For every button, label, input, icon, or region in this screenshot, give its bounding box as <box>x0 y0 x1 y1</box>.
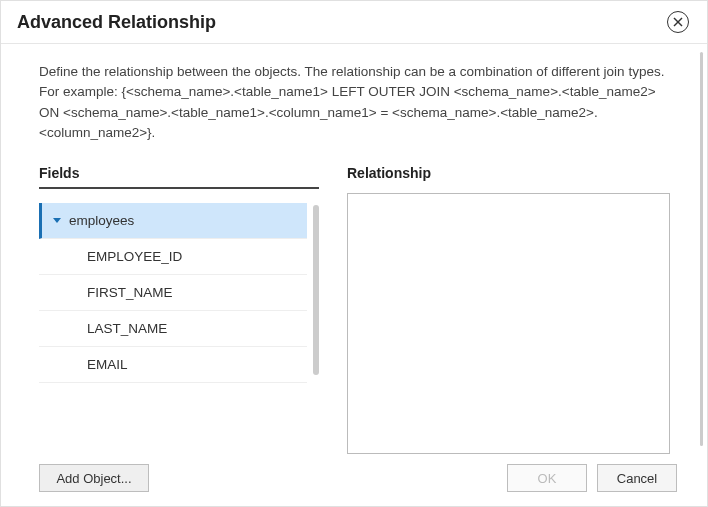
tree-item[interactable]: EMPLOYEE_ID <box>39 239 307 275</box>
add-object-button[interactable]: Add Object... <box>39 464 149 492</box>
tree-item-label: LAST_NAME <box>87 321 167 336</box>
tree-item-label: FIRST_NAME <box>87 285 173 300</box>
tree-parent-employees[interactable]: employees <box>39 203 307 239</box>
tree-item-label: EMPLOYEE_ID <box>87 249 182 264</box>
description-line1: Define the relationship between the obje… <box>39 64 664 79</box>
panels: Fields employees EMPLOYEE_ID FIRST_N <box>39 165 670 454</box>
relationship-textarea[interactable] <box>347 193 670 454</box>
tree-parent-label: employees <box>69 213 134 228</box>
dialog-title: Advanced Relationship <box>17 12 216 33</box>
fields-tree-wrap: employees EMPLOYEE_ID FIRST_NAME LAST_NA… <box>39 203 319 454</box>
relationship-panel: Relationship <box>347 165 670 454</box>
close-icon <box>673 17 683 27</box>
close-button[interactable] <box>667 11 689 33</box>
tree-item[interactable]: EMAIL <box>39 347 307 383</box>
fields-scrollbar[interactable] <box>313 205 319 375</box>
tree-item-label: EMAIL <box>87 357 128 372</box>
content-area: Define the relationship between the obje… <box>1 44 700 454</box>
scrollbar-track <box>700 52 703 446</box>
tree-item[interactable]: LAST_NAME <box>39 311 307 347</box>
description-text: Define the relationship between the obje… <box>39 62 670 143</box>
fields-tree: employees EMPLOYEE_ID FIRST_NAME LAST_NA… <box>39 203 307 454</box>
cancel-button[interactable]: Cancel <box>597 464 677 492</box>
fields-panel: Fields employees EMPLOYEE_ID FIRST_N <box>39 165 319 454</box>
footer: Add Object... OK Cancel <box>1 454 707 506</box>
titlebar: Advanced Relationship <box>1 1 707 44</box>
description-line2: For example: {<schema_name>.<table_name1… <box>39 84 656 140</box>
tree-item[interactable]: FIRST_NAME <box>39 275 307 311</box>
fields-header: Fields <box>39 165 319 189</box>
caret-down-icon <box>53 218 61 223</box>
ok-button[interactable]: OK <box>507 464 587 492</box>
advanced-relationship-dialog: Advanced Relationship Define the relatio… <box>0 0 708 507</box>
dialog-body: Define the relationship between the obje… <box>1 44 707 454</box>
dialog-scrollbar[interactable] <box>700 52 703 446</box>
relationship-header: Relationship <box>347 165 670 187</box>
